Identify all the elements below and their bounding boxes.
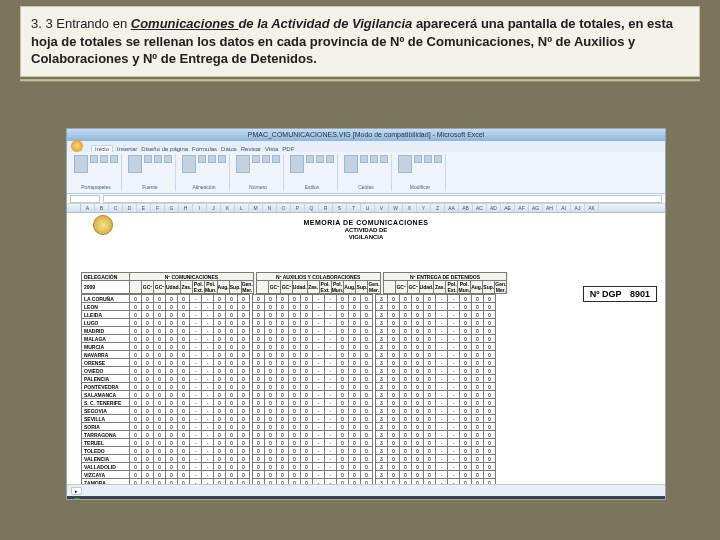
ribbon-group: Alineación [179, 154, 230, 191]
column-header[interactable]: AK [585, 204, 599, 212]
column-header[interactable]: B [95, 204, 109, 212]
ribbon-group-label: Número [236, 184, 280, 190]
caption-box: 3. 3 Entrando en Comunicaciones de la Ac… [20, 6, 700, 77]
caption-link: Comunicaciones [131, 16, 239, 31]
ribbon-button-icon[interactable] [290, 155, 304, 173]
ribbon-button-icon[interactable] [128, 155, 142, 173]
column-header[interactable]: AG [529, 204, 543, 212]
ribbon-button-icon[interactable] [198, 155, 206, 163]
taskbar-item[interactable] [87, 499, 157, 501]
column-header[interactable]: F [151, 204, 165, 212]
ribbon-group: Portapapeles [71, 154, 122, 191]
column-header[interactable]: E [137, 204, 151, 212]
column-header[interactable]: S [333, 204, 347, 212]
ribbon-button-icon[interactable] [380, 155, 388, 163]
ribbon-button-icon[interactable] [326, 155, 334, 163]
column-header[interactable]: J [207, 204, 221, 212]
column-header[interactable]: V [375, 204, 389, 212]
column-header[interactable]: AC [473, 204, 487, 212]
ribbon-button-icon[interactable] [370, 155, 378, 163]
ribbon-tab[interactable]: Datos [221, 146, 237, 152]
ribbon-button-icon[interactable] [360, 155, 368, 163]
column-header[interactable]: A [81, 204, 95, 212]
ribbon-group-label: Fuente [128, 184, 172, 190]
ribbon-button-icon[interactable] [306, 155, 314, 163]
dgp-label: Nº DGP [590, 289, 622, 299]
ribbon-button-icon[interactable] [262, 155, 270, 163]
ribbon-tab[interactable]: Fórmulas [192, 146, 217, 152]
column-header[interactable]: AH [543, 204, 557, 212]
column-headers: ABCDEFGHIJKLMNOPQRSTUVWXYZAAABACADAEAFAG… [67, 204, 665, 213]
ribbon-button-icon[interactable] [236, 155, 250, 173]
column-header[interactable]: U [361, 204, 375, 212]
column-header[interactable]: L [235, 204, 249, 212]
column-header[interactable]: AE [501, 204, 515, 212]
ribbon-button-icon[interactable] [164, 155, 172, 163]
corner-cell[interactable] [67, 204, 81, 212]
ribbon-button-icon[interactable] [110, 155, 118, 163]
ribbon-button-icon[interactable] [208, 155, 216, 163]
column-header[interactable]: AA [445, 204, 459, 212]
column-header[interactable]: D [123, 204, 137, 212]
ribbon-tab[interactable]: Insertar [117, 146, 137, 152]
column-header[interactable]: T [347, 204, 361, 212]
column-header[interactable]: C [109, 204, 123, 212]
ribbon-button-icon[interactable] [272, 155, 280, 163]
ribbon-group: Fuente [125, 154, 176, 191]
sheet-tab[interactable]: ▸ [71, 487, 82, 495]
ribbon-button-icon[interactable] [424, 155, 432, 163]
ribbon-button-icon[interactable] [100, 155, 108, 163]
ribbon-button-icon[interactable] [74, 155, 88, 173]
office-orb-icon[interactable] [71, 140, 83, 152]
ribbon-button-icon[interactable] [344, 155, 358, 173]
taskbar-item[interactable] [235, 499, 305, 501]
column-header[interactable]: AD [487, 204, 501, 212]
column-header[interactable]: G [165, 204, 179, 212]
taskbar [67, 496, 665, 500]
column-header[interactable]: W [389, 204, 403, 212]
column-header[interactable]: AF [515, 204, 529, 212]
taskbar-item[interactable] [309, 499, 379, 501]
column-header[interactable]: Y [417, 204, 431, 212]
ribbon-button-icon[interactable] [252, 155, 260, 163]
column-header[interactable]: X [403, 204, 417, 212]
ribbon-group: Estilos [287, 154, 338, 191]
ribbon-button-icon[interactable] [218, 155, 226, 163]
sheet-area: ABCDEFGHIJKLMNOPQRSTUVWXYZAAABACADAEAFAG… [67, 204, 665, 484]
column-header[interactable]: P [291, 204, 305, 212]
name-box[interactable] [70, 195, 100, 203]
ribbon-button-icon[interactable] [154, 155, 162, 163]
ribbon-button-icon[interactable] [434, 155, 442, 163]
column-header[interactable]: I [193, 204, 207, 212]
taskbar-item[interactable] [161, 499, 231, 501]
ribbon-button-icon[interactable] [398, 155, 412, 173]
column-header[interactable]: M [249, 204, 263, 212]
ribbon-button-icon[interactable] [182, 155, 196, 173]
formula-row [67, 194, 665, 204]
dgp-box: Nº DGP 8901 [583, 286, 657, 302]
column-header[interactable]: AI [557, 204, 571, 212]
column-header[interactable]: N [263, 204, 277, 212]
ribbon-tab[interactable]: Vista [265, 146, 278, 152]
dgp-value: 8901 [630, 289, 650, 299]
column-header[interactable]: O [277, 204, 291, 212]
column-header[interactable]: R [319, 204, 333, 212]
data-table: LA CORUÑA00000--00000000--00030000--000L… [81, 294, 499, 484]
ribbon-tab[interactable]: Inicio [91, 145, 113, 152]
column-header[interactable]: AB [459, 204, 473, 212]
formula-bar[interactable] [103, 195, 662, 203]
column-header[interactable]: K [221, 204, 235, 212]
ribbon-tab[interactable]: Diseño de página [141, 146, 188, 152]
column-header[interactable]: Q [305, 204, 319, 212]
column-header[interactable]: Z [431, 204, 445, 212]
ribbon-tab[interactable]: Revisar [241, 146, 261, 152]
ribbon-button-icon[interactable] [316, 155, 324, 163]
ribbon-button-icon[interactable] [90, 155, 98, 163]
caption-bar [20, 79, 700, 82]
start-orb-icon[interactable] [71, 498, 83, 501]
column-header[interactable]: H [179, 204, 193, 212]
ribbon-tab[interactable]: PDF [282, 146, 294, 152]
column-header[interactable]: AJ [571, 204, 585, 212]
ribbon-button-icon[interactable] [414, 155, 422, 163]
ribbon-button-icon[interactable] [144, 155, 152, 163]
